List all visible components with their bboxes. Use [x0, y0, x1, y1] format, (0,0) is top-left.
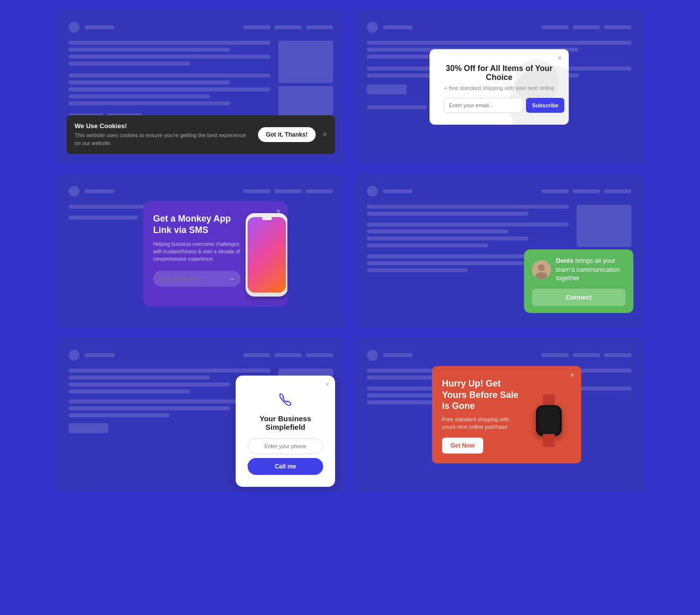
skel-logo-3: [69, 186, 80, 197]
svg-point-1: [538, 264, 545, 271]
monkey-content: Get a Monkey App Link via SMS Helping bu…: [153, 213, 246, 297]
denis-top: Denis brings all your team's communicati…: [532, 256, 625, 283]
card-cookie: We Use Cookies! This website uses cookie…: [57, 10, 345, 164]
card-monkey: Get a Monkey App Link via SMS Helping bu…: [57, 174, 345, 328]
skel-nav-4: [541, 189, 631, 193]
skeleton-header-6: [367, 350, 631, 361]
skel-logo-5: [69, 350, 80, 361]
monkey-phone-input[interactable]: [159, 276, 228, 282]
skel-logo-1: [69, 22, 80, 33]
monkey-close-icon[interactable]: ×: [276, 207, 280, 215]
discount-title: 30% Off for All Items of Your Choice: [443, 64, 555, 82]
skel-logo-4: [367, 186, 378, 197]
cookie-title: We Use Cookies!: [75, 122, 251, 130]
business-call-button[interactable]: Call me: [248, 458, 323, 475]
business-phone-input[interactable]: [248, 438, 323, 454]
skeleton-header-3: [69, 186, 333, 197]
hurry-content: Hurry Up! Get Yours Before Sale is Gone …: [442, 378, 521, 454]
skel-logo-2: [367, 22, 378, 33]
discount-close-icon[interactable]: ×: [558, 54, 562, 62]
hurry-get-now-button[interactable]: Get Now: [442, 438, 483, 454]
denis-message: Denis brings all your team's communicati…: [556, 256, 625, 283]
business-simplefield-popup: × Your Business Simplefield Call me: [236, 376, 335, 487]
denis-connect-popup: Denis brings all your team's communicati…: [524, 249, 633, 313]
hurry-sale-popup: × Hurry Up! Get Yours Before Sale is Gon…: [432, 366, 581, 463]
skeleton-header-1: [69, 22, 333, 33]
card-discount: × 30% Off for All Items of Your Choice +…: [355, 10, 643, 164]
hurry-watch-image: [526, 378, 571, 454]
skel-nav-6: [541, 353, 631, 357]
skel-logo-6: [367, 350, 378, 361]
skel-brand-6: [383, 353, 413, 357]
denis-name: Denis: [556, 257, 573, 264]
skel-brand-5: [85, 353, 114, 357]
monkey-description: Helping business overcome challenges wit…: [153, 240, 241, 263]
skel-brand-4: [383, 189, 413, 193]
phone-icon: [248, 389, 323, 409]
hurry-title: Hurry Up! Get Yours Before Sale is Gone: [442, 378, 521, 412]
watch-body: [536, 405, 562, 436]
cookie-accept-button[interactable]: Got it, Thanks!: [258, 127, 316, 142]
skel-nav-3: [243, 189, 333, 193]
skeleton-header-4: [367, 186, 631, 197]
skel-nav-5: [243, 353, 333, 357]
watch-screen: [538, 407, 560, 434]
cookie-close-icon[interactable]: ×: [323, 131, 327, 139]
business-close-icon[interactable]: ×: [325, 381, 329, 388]
cookie-text: We Use Cookies! This website uses cookie…: [75, 122, 251, 147]
skel-nav-2: [541, 25, 631, 29]
discount-form: Subscribe: [443, 98, 555, 113]
skel-nav-1: [243, 25, 333, 29]
discount-popup: × 30% Off for All Items of Your Choice +…: [430, 49, 569, 125]
monkey-phone-image: [246, 213, 287, 297]
hurry-description: Free standard shipping with yours next o…: [442, 415, 521, 431]
skel-brand-2: [383, 25, 413, 29]
main-grid: We Use Cookies! This website uses cookie…: [57, 10, 643, 492]
denis-connect-button[interactable]: Connect: [532, 289, 625, 306]
skeleton-header-2: [367, 22, 631, 33]
monkey-sms-popup: Get a Monkey App Link via SMS Helping bu…: [143, 201, 287, 307]
cookie-banner-popup: We Use Cookies! This website uses cookie…: [67, 115, 335, 154]
discount-subscribe-button[interactable]: Subscribe: [526, 98, 564, 113]
cookie-description: This website uses cookies to ensure you'…: [75, 132, 251, 147]
watch-band-bottom: [543, 434, 555, 447]
business-title: Your Business Simplefield: [248, 414, 323, 431]
skel-brand-1: [85, 25, 114, 29]
denis-avatar: [532, 260, 551, 279]
monkey-phone-input-wrap: →: [153, 271, 241, 287]
discount-email-input[interactable]: [443, 98, 523, 113]
card-business: × Your Business Simplefield Call me: [57, 338, 345, 492]
skeleton-header-5: [69, 350, 333, 361]
card-hurry: × Hurry Up! Get Yours Before Sale is Gon…: [355, 338, 643, 492]
card-denis: Denis brings all your team's communicati…: [355, 174, 643, 328]
monkey-title: Get a Monkey App Link via SMS: [153, 213, 241, 235]
skel-brand-3: [85, 189, 114, 193]
discount-subtitle: + free standard shipping with your next …: [443, 85, 555, 91]
monkey-arrow-icon: →: [228, 275, 235, 283]
